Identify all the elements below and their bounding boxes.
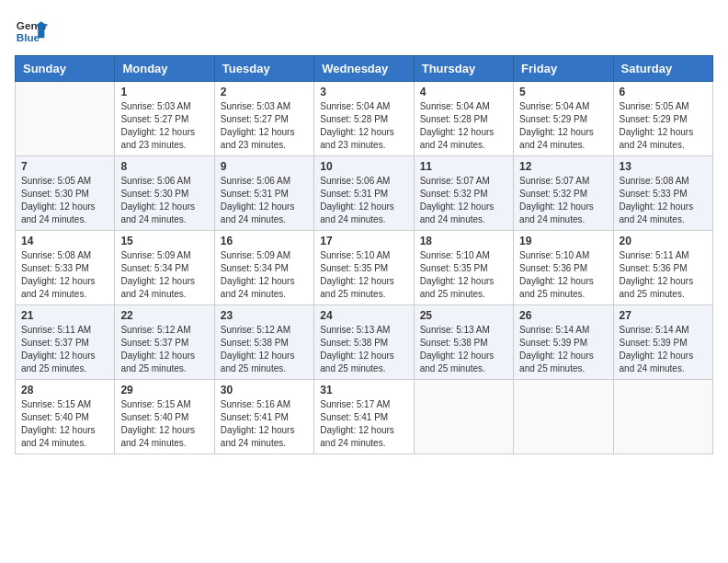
day-cell: 12Sunrise: 5:07 AM Sunset: 5:32 PM Dayli… [514, 156, 613, 231]
day-detail: Sunrise: 5:11 AM Sunset: 5:37 PM Dayligh… [21, 324, 108, 375]
day-number: 11 [420, 160, 507, 173]
day-detail: Sunrise: 5:12 AM Sunset: 5:38 PM Dayligh… [221, 324, 308, 375]
day-detail: Sunrise: 5:10 AM Sunset: 5:35 PM Dayligh… [420, 249, 507, 301]
day-detail: Sunrise: 5:03 AM Sunset: 5:27 PM Dayligh… [120, 100, 208, 152]
header-day-friday: Friday [514, 56, 613, 82]
day-cell: 18Sunrise: 5:10 AM Sunset: 5:35 PM Dayli… [414, 231, 513, 305]
day-cell: 1Sunrise: 5:03 AM Sunset: 5:27 PM Daylig… [115, 82, 214, 156]
day-detail: Sunrise: 5:03 AM Sunset: 5:27 PM Dayligh… [221, 100, 308, 152]
day-cell: 20Sunrise: 5:11 AM Sunset: 5:36 PM Dayli… [613, 231, 712, 305]
day-number: 9 [221, 160, 308, 173]
logo-icon: General Blue [15, 15, 48, 48]
header-day-wednesday: Wednesday [314, 56, 414, 82]
day-number: 22 [120, 309, 208, 322]
day-cell: 6Sunrise: 5:05 AM Sunset: 5:29 PM Daylig… [613, 82, 712, 156]
day-cell: 15Sunrise: 5:09 AM Sunset: 5:34 PM Dayli… [115, 231, 214, 305]
day-detail: Sunrise: 5:07 AM Sunset: 5:32 PM Dayligh… [519, 175, 607, 226]
day-cell: 30Sunrise: 5:16 AM Sunset: 5:41 PM Dayli… [214, 380, 313, 454]
day-cell: 10Sunrise: 5:06 AM Sunset: 5:31 PM Dayli… [314, 156, 414, 231]
day-cell: 9Sunrise: 5:06 AM Sunset: 5:31 PM Daylig… [214, 156, 313, 231]
day-detail: Sunrise: 5:13 AM Sunset: 5:38 PM Dayligh… [320, 324, 407, 375]
day-number: 5 [519, 86, 607, 98]
day-detail: Sunrise: 5:11 AM Sunset: 5:36 PM Dayligh… [620, 249, 707, 301]
day-detail: Sunrise: 5:05 AM Sunset: 5:30 PM Dayligh… [21, 175, 108, 226]
day-number: 8 [120, 160, 208, 173]
day-cell [514, 380, 613, 454]
svg-text:Blue: Blue [17, 31, 40, 43]
day-cell: 23Sunrise: 5:12 AM Sunset: 5:38 PM Dayli… [214, 305, 313, 380]
day-number: 2 [221, 86, 308, 98]
day-detail: Sunrise: 5:05 AM Sunset: 5:29 PM Dayligh… [620, 100, 707, 152]
day-detail: Sunrise: 5:08 AM Sunset: 5:33 PM Dayligh… [21, 249, 108, 301]
week-row-1: 1Sunrise: 5:03 AM Sunset: 5:27 PM Daylig… [16, 82, 713, 156]
week-row-5: 28Sunrise: 5:15 AM Sunset: 5:40 PM Dayli… [16, 380, 713, 454]
day-cell: 17Sunrise: 5:10 AM Sunset: 5:35 PM Dayli… [314, 231, 414, 305]
day-detail: Sunrise: 5:17 AM Sunset: 5:41 PM Dayligh… [320, 398, 407, 450]
day-cell: 29Sunrise: 5:15 AM Sunset: 5:40 PM Dayli… [115, 380, 214, 454]
day-detail: Sunrise: 5:06 AM Sunset: 5:31 PM Dayligh… [320, 175, 407, 226]
header-day-thursday: Thursday [414, 56, 513, 82]
day-number: 23 [221, 309, 308, 322]
day-cell: 14Sunrise: 5:08 AM Sunset: 5:33 PM Dayli… [16, 231, 115, 305]
day-number: 10 [320, 160, 407, 173]
day-detail: Sunrise: 5:15 AM Sunset: 5:40 PM Dayligh… [120, 398, 208, 450]
day-number: 24 [320, 309, 407, 322]
day-number: 15 [120, 235, 208, 247]
day-number: 3 [320, 86, 407, 98]
day-cell [414, 380, 513, 454]
day-cell: 19Sunrise: 5:10 AM Sunset: 5:36 PM Dayli… [514, 231, 613, 305]
day-detail: Sunrise: 5:08 AM Sunset: 5:33 PM Dayligh… [620, 175, 707, 226]
day-number: 30 [221, 384, 308, 396]
day-detail: Sunrise: 5:12 AM Sunset: 5:37 PM Dayligh… [120, 324, 208, 375]
header-day-tuesday: Tuesday [214, 56, 313, 82]
header-day-monday: Monday [115, 56, 214, 82]
day-cell: 16Sunrise: 5:09 AM Sunset: 5:34 PM Dayli… [214, 231, 313, 305]
day-cell: 7Sunrise: 5:05 AM Sunset: 5:30 PM Daylig… [16, 156, 115, 231]
day-detail: Sunrise: 5:10 AM Sunset: 5:35 PM Dayligh… [320, 249, 407, 301]
day-number: 27 [620, 309, 707, 322]
day-number: 4 [420, 86, 507, 98]
day-detail: Sunrise: 5:09 AM Sunset: 5:34 PM Dayligh… [120, 249, 208, 301]
day-detail: Sunrise: 5:14 AM Sunset: 5:39 PM Dayligh… [620, 324, 707, 375]
day-cell: 4Sunrise: 5:04 AM Sunset: 5:28 PM Daylig… [414, 82, 513, 156]
day-cell [16, 82, 115, 156]
day-cell: 28Sunrise: 5:15 AM Sunset: 5:40 PM Dayli… [16, 380, 115, 454]
day-detail: Sunrise: 5:14 AM Sunset: 5:39 PM Dayligh… [519, 324, 607, 375]
day-cell: 3Sunrise: 5:04 AM Sunset: 5:28 PM Daylig… [314, 82, 414, 156]
day-detail: Sunrise: 5:04 AM Sunset: 5:28 PM Dayligh… [320, 100, 407, 152]
week-row-3: 14Sunrise: 5:08 AM Sunset: 5:33 PM Dayli… [16, 231, 713, 305]
page-header: General Blue [15, 15, 713, 48]
day-number: 29 [120, 384, 208, 396]
day-number: 28 [21, 384, 108, 396]
day-cell: 27Sunrise: 5:14 AM Sunset: 5:39 PM Dayli… [613, 305, 712, 380]
day-number: 1 [120, 86, 208, 98]
day-number: 19 [519, 235, 607, 247]
day-detail: Sunrise: 5:06 AM Sunset: 5:31 PM Dayligh… [221, 175, 308, 226]
day-cell: 2Sunrise: 5:03 AM Sunset: 5:27 PM Daylig… [214, 82, 313, 156]
day-detail: Sunrise: 5:07 AM Sunset: 5:32 PM Dayligh… [420, 175, 507, 226]
day-cell: 24Sunrise: 5:13 AM Sunset: 5:38 PM Dayli… [314, 305, 414, 380]
logo: General Blue [15, 15, 48, 48]
day-number: 14 [21, 235, 108, 247]
header-row: SundayMondayTuesdayWednesdayThursdayFrid… [16, 56, 713, 82]
calendar-table: SundayMondayTuesdayWednesdayThursdayFrid… [15, 55, 713, 454]
day-detail: Sunrise: 5:04 AM Sunset: 5:28 PM Dayligh… [420, 100, 507, 152]
day-number: 13 [620, 160, 707, 173]
day-cell: 8Sunrise: 5:06 AM Sunset: 5:30 PM Daylig… [115, 156, 214, 231]
day-cell: 11Sunrise: 5:07 AM Sunset: 5:32 PM Dayli… [414, 156, 513, 231]
week-row-2: 7Sunrise: 5:05 AM Sunset: 5:30 PM Daylig… [16, 156, 713, 231]
day-number: 25 [420, 309, 507, 322]
day-number: 6 [620, 86, 707, 98]
day-number: 16 [221, 235, 308, 247]
day-number: 17 [320, 235, 407, 247]
day-number: 21 [21, 309, 108, 322]
day-detail: Sunrise: 5:06 AM Sunset: 5:30 PM Dayligh… [120, 175, 208, 226]
week-row-4: 21Sunrise: 5:11 AM Sunset: 5:37 PM Dayli… [16, 305, 713, 380]
day-number: 7 [21, 160, 108, 173]
day-cell: 22Sunrise: 5:12 AM Sunset: 5:37 PM Dayli… [115, 305, 214, 380]
day-cell: 5Sunrise: 5:04 AM Sunset: 5:29 PM Daylig… [514, 82, 613, 156]
day-number: 18 [420, 235, 507, 247]
day-cell: 13Sunrise: 5:08 AM Sunset: 5:33 PM Dayli… [613, 156, 712, 231]
day-number: 12 [519, 160, 607, 173]
day-cell: 31Sunrise: 5:17 AM Sunset: 5:41 PM Dayli… [314, 380, 414, 454]
